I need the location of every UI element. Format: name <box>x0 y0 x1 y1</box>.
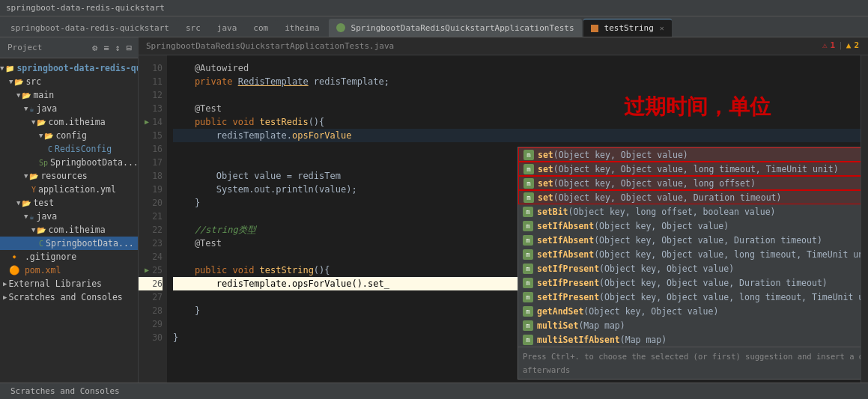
tab-close-icon[interactable]: ✕ <box>660 24 664 32</box>
tab-test-string[interactable]: testString ✕ <box>583 19 672 37</box>
project-label: Project <box>7 43 42 52</box>
tree-redis-config-label: RedisConfig <box>55 144 112 154</box>
ac-icon-method12: m <box>523 306 533 317</box>
ac-item-multisetifabsent[interactable]: m multiSetIfAbsent(Map map) Boolean <box>518 332 861 347</box>
ac-icon-method9: m <box>523 264 533 274</box>
tree-scratches[interactable]: ▶ Scratches and Consoles <box>0 290 138 304</box>
ac-icon-method2: m <box>523 164 534 174</box>
ac-item-set3[interactable]: m set(Object key, Object value, long off… <box>518 176 861 190</box>
ln21: 21 <box>139 210 163 223</box>
ac-item-setifpresent1[interactable]: m setIfPresent(Object key, Object value)… <box>518 261 861 275</box>
ac-item-multiset[interactable]: m multiSet(Map map) void <box>518 318 861 332</box>
tree-redis-config[interactable]: C RedisConfig <box>0 142 138 156</box>
ac-item-set1[interactable]: m set(Object key, Object value) void <box>518 147 861 162</box>
tree-test-label: test <box>33 198 54 208</box>
ac-icon-method4: m <box>523 192 534 203</box>
autocomplete-popup[interactable]: m set(Object key, Object value) void m s… <box>518 147 861 380</box>
tree-springboot-data[interactable]: Sp SpringbootData... <box>0 156 138 169</box>
ln17: 17 <box>139 156 163 169</box>
code-line-14: public void testRedis(){ <box>173 115 861 129</box>
tree-src-label: src <box>25 76 41 87</box>
expand-icon[interactable]: ≡ <box>102 41 110 55</box>
ln20: 20 <box>139 196 163 210</box>
ac-item-setifpresent2[interactable]: m setIfPresent(Object key, Object value,… <box>518 275 861 290</box>
tree-main[interactable]: ▼ 📂 main <box>0 88 138 102</box>
ac-icon-method11: m <box>523 292 533 302</box>
ln27: 27 <box>139 290 163 304</box>
ln26: 26 <box>139 277 163 290</box>
ln24: 24 <box>139 250 163 264</box>
tree-appyml[interactable]: Y application.yml <box>0 183 138 196</box>
tree-src[interactable]: ▼ 📂 src <box>0 75 138 88</box>
tree-java2[interactable]: ▼ ☕ java <box>0 210 138 223</box>
ac-footer: Press Ctrl+. to choose the selected (or … <box>518 347 861 379</box>
tree-com-itheima[interactable]: ▼ 📂 com.itheima <box>0 115 138 129</box>
tree-main-label: main <box>33 90 54 100</box>
ac-item-set2[interactable]: m set(Object key, Object value, long tim… <box>518 162 861 176</box>
ac-footer-text: Press Ctrl+. to choose the selected (or … <box>523 350 861 377</box>
tree-root[interactable]: ▼ 📁 springboot-data-redis-quickstart <box>0 61 138 75</box>
editor-scrollbar[interactable] <box>861 55 868 383</box>
code-area[interactable]: 过期时间，单位 @Autowired private RedisTemplate… <box>167 55 861 383</box>
collapse-icon[interactable]: ⊟ <box>125 41 133 55</box>
tree-java1[interactable]: ▼ ☕ java <box>0 102 138 115</box>
tree-ext-libs-label: External Libraries <box>8 278 102 289</box>
ac-item-setifabsent2[interactable]: m setIfAbsent(Object key, Object value, … <box>518 233 861 247</box>
ac-item-set4[interactable]: m set(Object key, Object value, Duration… <box>518 190 861 204</box>
ln15: 15 <box>139 129 163 142</box>
tree-java1-label: java <box>36 103 57 114</box>
tree-gitignore-label: 🔸 .gitignore <box>9 252 76 262</box>
ln13: 13 <box>139 102 163 115</box>
ac-item-setifpresent3[interactable]: m setIfPresent(Object key, Object value,… <box>518 290 861 304</box>
error-count: 1 <box>831 40 836 50</box>
tree-pomxml[interactable]: 🟠 pom.xml <box>0 264 138 277</box>
ln11: 11 <box>139 75 163 88</box>
tab-project[interactable]: springboot-data-redis-quickstart <box>3 19 177 37</box>
tree-root-label: springboot-data-redis-quickstart <box>16 63 138 73</box>
file-path-bar: SpringbootDataRedisQuickstartApplication… <box>139 37 868 55</box>
code-line-10: @Autowired <box>173 61 861 75</box>
tab-app-tests[interactable]: SpringbootDataRedisQuickstartApplication… <box>329 19 582 37</box>
tab-itheima[interactable]: itheima <box>277 19 327 37</box>
tab-test-string-label: testString <box>604 23 654 33</box>
ac-item-setifabsent3[interactable]: m setIfAbsent(Object key, Object value, … <box>518 247 861 261</box>
editor-content[interactable]: 10 11 12 13 ▶14 15 16 17 18 19 20 21 22 … <box>139 55 868 383</box>
tree-resources-label: resources <box>40 171 87 181</box>
tab-project-label: springboot-data-redis-quickstart <box>10 23 169 33</box>
tab-com[interactable]: com <box>246 19 276 37</box>
bottom-tab-scratches[interactable]: Scratches and Consoles <box>3 384 127 399</box>
settings-icon[interactable]: ⚙ <box>91 41 99 55</box>
tree-springboot-test-label: SpringbootData... <box>46 238 134 249</box>
tab-src[interactable]: src <box>178 19 208 37</box>
tree-springboot-test[interactable]: C SpringbootData... <box>0 237 138 250</box>
tree-gitignore[interactable]: 🔸 .gitignore <box>0 250 138 264</box>
ac-item-setbit[interactable]: m setBit(Object key, long offset, boolea… <box>518 204 861 219</box>
ln25: ▶25 <box>139 264 163 277</box>
tree-com-itheima2[interactable]: ▼ 📂 com.itheima <box>0 223 138 237</box>
sync-icon[interactable]: ↕ <box>114 41 122 55</box>
ac-icon-method10: m <box>523 278 533 288</box>
ac-item-setifabsent1[interactable]: m setIfAbsent(Object key, Object value) … <box>518 219 861 233</box>
tree-springboot-data-label: SpringbootData... <box>50 157 138 168</box>
code-line-12 <box>173 88 861 102</box>
main-area: Project ⚙ ≡ ↕ ⊟ ▼ 📁 springboot-data-redi… <box>0 37 868 383</box>
ac-item-getandset[interactable]: m getAndSet(Object key, Object value) Ob… <box>518 304 861 318</box>
scratches-label: Scratches and Consoles <box>10 386 120 396</box>
tree-test[interactable]: ▼ 📂 test <box>0 196 138 210</box>
line-numbers: 10 11 12 13 ▶14 15 16 17 18 19 20 21 22 … <box>139 55 167 383</box>
ln10: 10 <box>139 61 163 75</box>
tree-pomxml-label: 🟠 pom.xml <box>9 265 61 275</box>
tree-config[interactable]: ▼ 📂 config <box>0 129 138 142</box>
tree-ext-libs[interactable]: ▶ External Libraries <box>0 277 138 290</box>
ln22: 22 <box>139 223 163 237</box>
ln18: 18 <box>139 169 163 183</box>
ln30: 30 <box>139 331 163 344</box>
tab-java[interactable]: java <box>210 19 245 37</box>
ln12: 12 <box>139 88 163 102</box>
warnings-area: ⚠ 1 | ▲ 2 <box>822 40 859 50</box>
tab-app-tests-label: SpringbootDataRedisQuickstartApplication… <box>351 23 574 33</box>
ac-icon-method13: m <box>523 320 533 331</box>
tree-appyml-label: application.yml <box>38 184 116 195</box>
tree-resources[interactable]: ▼ 📂 resources <box>0 169 138 183</box>
ac-icon-method1: m <box>523 150 534 160</box>
